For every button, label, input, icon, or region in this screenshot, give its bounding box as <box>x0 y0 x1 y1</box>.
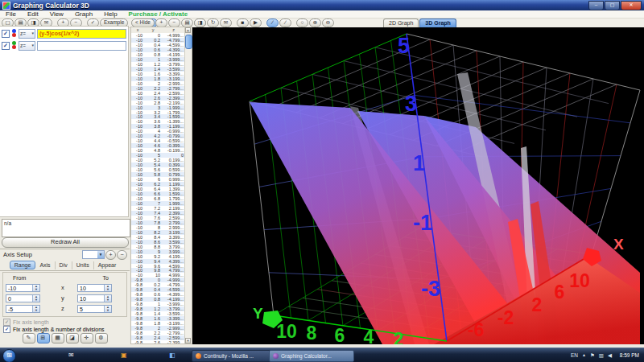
equation-1-input[interactable]: (y-5)cos(1/x^2) <box>37 29 126 39</box>
fix-axis-length-divisions-checkbox[interactable]: ✓Fix axis length & number of divisions <box>3 326 105 333</box>
equation-1-checkbox[interactable]: ✓ <box>2 30 10 38</box>
y-axis-label: Y <box>253 305 263 322</box>
graph-3d-canvas[interactable]: 5 3 1 -1 -3 -6 -2 2 6 10 X 10 8 6 4 2 Y <box>192 27 644 344</box>
volume-icon[interactable]: ◀ <box>608 351 612 360</box>
pen-button[interactable]: ∕ <box>279 19 291 27</box>
table-row[interactable]: -9.82.6-2.399... <box>131 340 186 343</box>
task-firefox[interactable]: Continuity - Mozilla ... <box>192 350 274 362</box>
surface-colors-icon <box>11 29 17 38</box>
taskbar: ⊞ ✉ ▣ ◧ Continuity - Mozilla ... Graphin… <box>0 348 644 362</box>
zoom-button[interactable]: ○ <box>296 19 308 27</box>
tab-axis[interactable]: Axis <box>35 261 55 269</box>
task-graphing-calculator[interactable]: Graphing Calculator... <box>269 350 354 362</box>
menu-file[interactable]: File <box>0 10 22 18</box>
graph-email-button[interactable]: ✉ <box>220 19 232 27</box>
y-to-field[interactable]: 10▲▼ <box>77 294 112 302</box>
menu-bar: FileEditViewGraphHelp Purchase / Activat… <box>0 10 644 19</box>
maximize-button[interactable]: ▢ <box>605 1 620 10</box>
minimize-button[interactable]: – <box>588 1 604 10</box>
y-axis-row-label: y <box>61 294 64 302</box>
capture-icon[interactable]: ▦ <box>52 333 64 343</box>
tab-appear[interactable]: Appear <box>94 261 121 269</box>
col-x-header: x <box>131 27 144 33</box>
play-button[interactable]: ▶ <box>250 19 262 27</box>
zoom-in-button[interactable]: ⊕ <box>309 19 321 27</box>
axis-add-button[interactable]: + <box>105 250 116 260</box>
x-tick: 2 <box>532 294 543 315</box>
desktop: Graphing Calculator 3D – ▢ ✕ FileEditVie… <box>0 0 644 362</box>
quicklaunch-mail-icon[interactable]: ✉ <box>68 352 74 360</box>
axis-setup-title: Axis Setup <box>3 251 32 258</box>
tab-units[interactable]: Units <box>72 261 94 269</box>
quicklaunch-doc-icon[interactable]: ◧ <box>169 352 175 360</box>
stop-button[interactable]: ■ <box>237 19 249 27</box>
taskbar-clock[interactable]: 8:59 PM <box>620 351 639 360</box>
y-tick: 10 <box>276 321 297 342</box>
app-icon <box>2 2 10 10</box>
zoom-out-button[interactable]: ⊖ <box>322 19 334 27</box>
x-to-field[interactable]: 10▲▼ <box>77 284 112 292</box>
equation-2-checkbox[interactable]: ✓ <box>2 42 10 50</box>
start-button[interactable]: ⊞ <box>2 349 16 362</box>
pencil-icon[interactable]: ✎ <box>23 333 35 343</box>
title-bar[interactable]: Graphing Calculator 3D – ▢ ✕ <box>0 0 644 10</box>
tab-3d-graph[interactable]: 3D Graph <box>419 19 456 27</box>
language-indicator[interactable]: EN <box>571 351 578 360</box>
pen-active-button[interactable]: ∕ <box>266 19 279 27</box>
table-scrollbar[interactable]: ▲ ▼ <box>184 27 192 343</box>
z-tick: 1 <box>413 151 425 175</box>
x-tick: 6 <box>555 282 565 302</box>
z-axis-row-label: z <box>61 305 64 312</box>
close-button[interactable]: ✕ <box>621 1 642 10</box>
data-table: x y z -100-4.999...-100.2-4.799...-100.4… <box>130 27 192 344</box>
z-tick: 5 <box>398 34 410 58</box>
menu-view[interactable]: View <box>44 10 69 18</box>
equation-2-lhs-select[interactable]: z=▾ <box>19 41 35 51</box>
axis-remove-button[interactable]: − <box>117 250 127 260</box>
x-axis-row-label: x <box>61 284 64 291</box>
graph-refresh-button[interactable]: ↻ <box>207 19 219 27</box>
z-from-field[interactable]: -5▲▼ <box>6 305 40 313</box>
x-axis-label: X <box>613 236 624 253</box>
window-title: Graphing Calculator 3D <box>13 2 89 10</box>
col-z-header: z <box>162 27 185 33</box>
equation-2-input[interactable] <box>37 41 126 51</box>
redraw-all-button[interactable]: Redraw All <box>2 237 129 248</box>
settings-gear-icon[interactable]: ⚙ <box>95 333 108 343</box>
firefox-icon <box>196 353 201 359</box>
from-label: From <box>13 275 26 281</box>
y-from-field[interactable]: 0▲▼ <box>6 294 40 302</box>
tray-up-icon[interactable]: ▲ <box>582 351 586 360</box>
equation-1-lhs-select[interactable]: z=▾ <box>19 29 35 39</box>
y-tick: 2 <box>394 329 404 344</box>
scroll-down-icon[interactable]: ▼ <box>185 338 191 343</box>
tab-range[interactable]: Range <box>10 261 36 269</box>
tab-div[interactable]: Div <box>56 261 72 269</box>
x-tick: -6 <box>468 319 484 340</box>
quicklaunch-folder-icon[interactable]: ▣ <box>121 352 127 360</box>
menu-graph[interactable]: Graph <box>69 10 98 18</box>
axes-icon[interactable]: ✛ <box>80 333 93 343</box>
graph-save-button[interactable]: ◨ <box>194 19 206 27</box>
tray-flag-icon[interactable]: ⚑ <box>590 351 595 360</box>
equation-row-2: ✓ z=▾ <box>0 39 128 51</box>
x-from-field[interactable]: -10▲▼ <box>6 284 40 292</box>
x-tick: 10 <box>569 270 590 291</box>
menu-edit[interactable]: Edit <box>22 10 44 18</box>
z-to-field[interactable]: 5▲▼ <box>77 305 112 313</box>
scroll-up-icon[interactable]: ▲ <box>185 27 191 33</box>
coordinate-readout: n/a <box>2 219 130 237</box>
network-icon[interactable]: ▥ <box>599 351 604 360</box>
y-tick: 4 <box>364 327 374 344</box>
fix-axis-length-checkbox[interactable]: ✓Fix axis length <box>3 319 105 326</box>
equation-list: ✓ z=▾ (y-5)cos(1/x^2) ✓ z=▾ <box>0 26 129 217</box>
axis-setup-tabs: Range Axis Div Units Appear <box>0 261 130 271</box>
menu-purchase-activate[interactable]: Purchase / Activate <box>123 10 194 18</box>
menu-help[interactable]: Help <box>98 10 122 18</box>
tab-2d-graph[interactable]: 2D Graph <box>383 19 419 27</box>
axis-preset-select[interactable]: ▾ <box>82 250 105 259</box>
scrollbar-thumb[interactable] <box>185 35 192 49</box>
grid-icon[interactable]: ⊞ <box>37 333 50 343</box>
data-table-body: -100-4.999...-100.2-4.799...-100.4-4.599… <box>131 33 186 343</box>
colors-icon[interactable]: ◪ <box>66 333 79 343</box>
